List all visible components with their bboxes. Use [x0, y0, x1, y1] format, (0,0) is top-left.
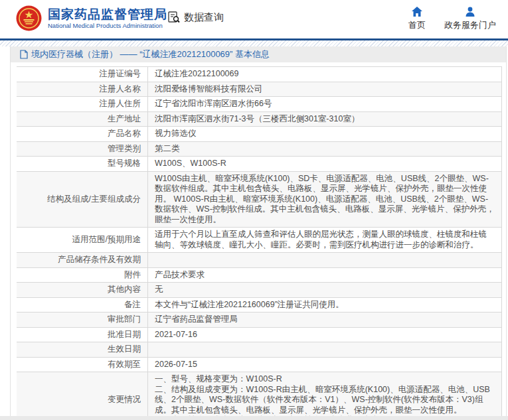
field-label: 注册人住所 [17, 97, 148, 111]
table-row: 适用范围/预期用途 适用于六个月以上直至成人筛查和评估人眼的屈光状态，测量人眼的… [17, 228, 501, 253]
registration-info-table: 注册证编号 辽械注准20212100069 注册人名称 沈阳爱络博智能科技有限公… [17, 66, 502, 420]
field-value: 2026-07-15 [148, 358, 501, 372]
field-label: 注册证编号 [17, 67, 148, 82]
field-label: 型号规格 [17, 157, 148, 171]
footer-band [0, 416, 508, 420]
field-value: 沈阳爱络博智能科技有限公司 [148, 82, 501, 97]
field-label: 有效期至 [17, 358, 148, 372]
table-row: 管理类别 第二类 [17, 142, 501, 157]
field-label: 产品储存条件及有效期 [17, 253, 148, 267]
field-value: 第二类 [148, 142, 501, 157]
field-value [148, 342, 501, 357]
field-value: 无 [148, 283, 501, 297]
field-value: W100S、W100S-R [148, 157, 501, 171]
nmpa-logo[interactable]: 国家药品监督管理局 National Medical Products Admi… [16, 5, 167, 31]
field-value: 产品技术要求 [148, 268, 501, 283]
field-value: 辽械注准20212100069 [148, 67, 501, 82]
table-row: 变更情况 一、型号、规格变更为：W100S-R 二、结构及组成变更为：W100S… [17, 372, 501, 420]
page-header: 国家药品监督管理局 National Medical Products Admi… [0, 0, 508, 38]
field-value: 沈阳市浑南区泗水街71-3号（三楼西北侧301室-310室） [148, 112, 501, 127]
home-icon [411, 6, 423, 17]
field-label: 结构及组成/主要组成成分 [17, 172, 148, 228]
top-navigation: 首页 政务服务门户 [408, 6, 496, 31]
table-row: 审批部门 辽宁省药品监督管理局 [17, 313, 501, 328]
field-label: 其他内容 [17, 283, 148, 297]
table-row: 注册人名称 沈阳爱络博智能科技有限公司 [17, 82, 501, 98]
table-row: 其他内容 无 [17, 283, 501, 298]
field-label: 生效日期 [17, 342, 148, 357]
table-row: 产品名称 视力筛选仪 [17, 127, 501, 142]
field-label: 备注 [17, 298, 148, 313]
field-value: W100S由主机、暗室环境系统(K100)、SD卡、电源适配器、电池、USB线、… [148, 172, 501, 228]
field-value: 一、型号、规格变更为：W100S-R 二、结构及组成变更为：W100S-R由主机… [148, 372, 501, 420]
document-icon [20, 50, 28, 59]
field-label: 适用范围/预期用途 [17, 228, 148, 252]
nav-item-portal[interactable]: 政务服务门户 [444, 6, 496, 31]
table-row: 批准日期 2021-07-16 [17, 328, 501, 343]
table-row: 注册人住所 辽宁省沈阳市浑南区泗水街66号 [17, 97, 501, 112]
field-label: 批准日期 [17, 328, 148, 342]
national-emblem-icon [16, 5, 42, 31]
field-label: 生产地址 [17, 112, 148, 127]
field-value: 2021-07-16 [148, 328, 501, 342]
field-label: 注册人名称 [17, 82, 148, 97]
breadcrumb: 境内医疗器械（注册） —— “辽械注准20212100069” 基本信息 [11, 46, 506, 62]
table-row: 有效期至 2026-07-15 [17, 358, 501, 373]
table-row: 备注 本文件与“辽械注准20212160069”注册证共同使用。 [17, 298, 501, 313]
field-label: 审批部门 [17, 313, 148, 327]
field-label: 产品名称 [17, 127, 148, 141]
content-container: 境内医疗器械（注册） —— “辽械注准20212100069” 基本信息 注册证… [10, 46, 507, 420]
field-value: 本文件与“辽械注准20212160069”注册证共同使用。 [148, 298, 501, 313]
table-row: 型号规格 W100S、W100S-R [17, 157, 501, 172]
table-row: 产品储存条件及有效期 [17, 253, 501, 268]
table-row: 附件 产品技术要求 [17, 268, 501, 283]
brand-title-en: National Medical Products Administration [48, 22, 167, 30]
user-icon [464, 6, 476, 17]
field-value: 辽宁省沈阳市浑南区泗水街66号 [148, 97, 501, 111]
field-value [148, 253, 501, 267]
field-label: 变更情况 [17, 372, 148, 420]
table-row: 生产地址 沈阳市浑南区泗水街71-3号（三楼西北侧301室-310室） [17, 112, 501, 127]
table-row: 结构及组成/主要组成成分 W100S由主机、暗室环境系统(K100)、SD卡、电… [17, 172, 501, 228]
data-query-label: 数据查询 [184, 11, 224, 24]
striped-band [0, 40, 508, 46]
table-row: 生效日期 [17, 342, 501, 358]
field-label: 管理类别 [17, 142, 148, 157]
field-value: 适用于六个月以上直至成人筛查和评估人眼的屈光状态，测量人眼的球镜度、柱镜度和柱镜… [148, 228, 501, 252]
data-query-button[interactable]: 数据查询 [167, 11, 224, 24]
field-value: 视力筛选仪 [148, 127, 501, 141]
nav-item-home[interactable]: 首页 [408, 6, 426, 31]
field-label: 附件 [17, 268, 148, 283]
nav-portal-label: 政务服务门户 [444, 19, 496, 31]
breadcrumb-text: 境内医疗器械（注册） —— “辽械注准20212100069” 基本信息 [31, 48, 270, 60]
nav-home-label: 首页 [408, 19, 426, 31]
document-search-icon [167, 11, 181, 24]
brand-text: 国家药品监督管理局 National Medical Products Admi… [48, 7, 167, 30]
brand-title-cn: 国家药品监督管理局 [48, 7, 167, 22]
table-row: 注册证编号 辽械注准20212100069 [17, 67, 501, 82]
field-value: 辽宁省药品监督管理局 [148, 313, 501, 327]
